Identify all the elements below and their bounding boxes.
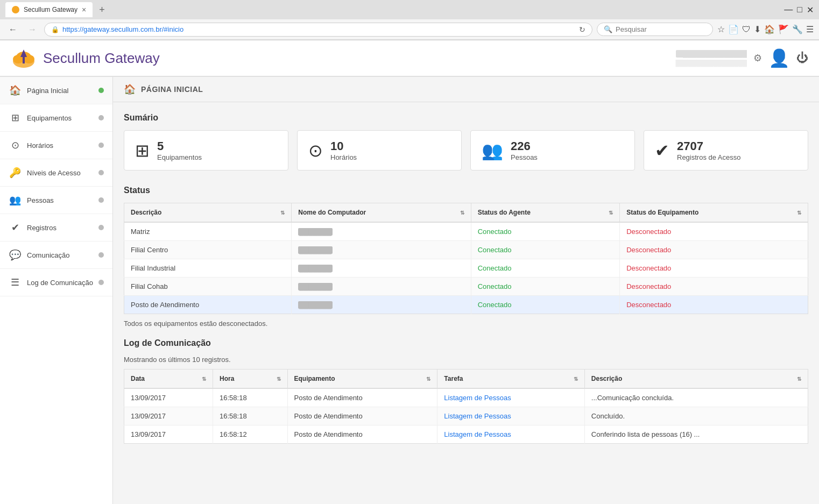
cell-hora: 16:58:18: [213, 407, 288, 425]
table-row[interactable]: Filial Industrial ███████ Conectado Desc…: [124, 259, 808, 278]
sidebar-item-badge-active: [98, 88, 104, 93]
address-bar[interactable]: 🔒 ↻: [44, 23, 592, 37]
forward-button[interactable]: →: [25, 24, 40, 36]
log-header-row: Data⇅ Hora⇅ Equipamento⇅ Tarefa⇅: [124, 370, 808, 389]
summary-title: Sumário: [124, 113, 808, 123]
search-input[interactable]: [616, 25, 706, 33]
app-title: Secullum Gateway: [43, 50, 160, 67]
sidebar-item-pessoas[interactable]: 👥 Pessoas: [0, 187, 112, 214]
download-icon[interactable]: ⬇: [754, 24, 761, 34]
sidebar-item-log-comunicacao[interactable]: ☰ Log de Comunicação: [0, 269, 112, 296]
cell-descricao: Conferindo lista de pessoas (16) ...: [584, 425, 808, 444]
tab-favicon: [12, 6, 19, 13]
cell-agente: Conectado: [471, 259, 620, 278]
status-col-computador[interactable]: Nome do Computador⇅: [292, 203, 471, 223]
log-col-descricao[interactable]: Descrição⇅: [584, 370, 808, 389]
flag-icon[interactable]: 🚩: [778, 24, 789, 34]
status-badge-equipamento: Desconectado: [626, 228, 671, 236]
shield-icon[interactable]: 🛡: [742, 25, 751, 34]
log-table-body: 13/09/2017 16:58:18 Posto de Atendimento…: [124, 388, 808, 444]
cell-computador: ███████: [292, 278, 471, 296]
status-title: Status: [124, 186, 808, 195]
cell-data: 13/09/2017: [124, 425, 213, 444]
search-bar[interactable]: 🔍: [597, 23, 713, 36]
sidebar-item-niveis-acesso[interactable]: 🔑 Níveis de Acesso: [0, 159, 112, 187]
sort-icon: ⇅: [426, 376, 430, 382]
cell-equipamento: Desconectado: [620, 259, 808, 278]
back-button[interactable]: ←: [5, 24, 20, 36]
star-icon[interactable]: ☆: [717, 24, 725, 34]
table-row[interactable]: Posto de Atendimento ███████ Conectado D…: [124, 296, 808, 314]
new-tab-button[interactable]: +: [97, 4, 107, 16]
browser-titlebar: Secullum Gateway × + — □ ✕: [0, 0, 819, 19]
avatar-icon: 👤: [768, 48, 790, 68]
table-row[interactable]: 13/09/2017 16:58:12 Posto de Atendimento…: [124, 425, 808, 444]
sort-icon: ⇅: [797, 210, 801, 216]
settings-icon[interactable]: ⚙: [753, 52, 762, 64]
sort-icon: ⇅: [202, 376, 206, 382]
home-icon: 🏠: [9, 84, 22, 96]
table-row[interactable]: 13/09/2017 16:58:18 Posto de Atendimento…: [124, 388, 808, 407]
window-minimize-button[interactable]: —: [784, 5, 793, 15]
horarios-summary-icon: ⊙: [308, 140, 323, 161]
status-notice: Todos os equipamentos estão desconectado…: [124, 320, 808, 328]
tab-close-button[interactable]: ×: [82, 5, 86, 14]
status-table-header-row: Descrição⇅ Nome do Computador⇅ Status do…: [124, 203, 808, 223]
address-input[interactable]: [62, 25, 576, 33]
cell-agente: Conectado: [471, 241, 620, 259]
sidebar-item-badge: [98, 170, 104, 175]
sidebar-item-horarios[interactable]: ⊙ Horários: [0, 132, 112, 159]
sidebar-item-registros[interactable]: ✔ Registros: [0, 214, 112, 242]
cell-computador: ███████: [292, 241, 471, 259]
reading-view-icon[interactable]: 📄: [728, 24, 739, 34]
cell-tarefa: Listagem de Pessoas: [437, 388, 585, 407]
cell-descricao: Posto de Atendimento: [124, 296, 292, 314]
table-row[interactable]: Filial Centro ███████ Conectado Desconec…: [124, 241, 808, 259]
menu-icon[interactable]: ☰: [806, 24, 814, 34]
cell-descricao: Filial Centro: [124, 241, 292, 259]
window-controls: — □ ✕: [784, 5, 814, 15]
sort-icon: ⇅: [280, 210, 285, 216]
home-icon[interactable]: 🏠: [764, 24, 775, 34]
main-content: 🏠 PÁGINA INICIAL Sumário ⊞ 5 Equipamento…: [113, 77, 819, 504]
sidebar-item-equipamentos[interactable]: ⊞ Equipamentos: [0, 104, 112, 132]
sidebar-item-badge: [98, 143, 104, 148]
cell-equipamento: Posto de Atendimento: [287, 425, 437, 444]
table-row[interactable]: Matriz ███████ Conectado Desconectado: [124, 222, 808, 241]
sidebar-item-badge: [98, 197, 104, 203]
cell-tarefa: Listagem de Pessoas: [437, 425, 585, 444]
refresh-button[interactable]: ↻: [579, 25, 585, 34]
cell-computador: ███████: [292, 222, 471, 241]
summary-card-registros: ✔ 2707 Registros de Acesso: [644, 130, 808, 171]
status-col-descricao[interactable]: Descrição⇅: [124, 203, 292, 223]
log-col-equipamento[interactable]: Equipamento⇅: [287, 370, 437, 389]
page-header-home-icon: 🏠: [124, 83, 136, 95]
window-maximize-button[interactable]: □: [797, 5, 802, 15]
sort-icon: ⇅: [797, 376, 801, 382]
registros-count: 2707: [677, 139, 741, 153]
log-subtitle: Mostrando os últimos 10 registros.: [124, 356, 808, 364]
status-col-agente[interactable]: Status do Agente⇅: [471, 203, 620, 223]
extensions-icon[interactable]: 🔧: [792, 24, 803, 34]
window-close-button[interactable]: ✕: [807, 5, 814, 15]
table-row[interactable]: 13/09/2017 16:58:18 Posto de Atendimento…: [124, 407, 808, 425]
sidebar-item-badge: [98, 225, 104, 230]
app-body: 🏠 Página Inicial ⊞ Equipamentos ⊙ Horári…: [0, 77, 819, 504]
sidebar-item-comunicacao[interactable]: 💬 Comunicação: [0, 242, 112, 269]
cell-agente: Conectado: [471, 296, 620, 314]
browser-tab[interactable]: Secullum Gateway ×: [5, 2, 93, 17]
log-col-data[interactable]: Data⇅: [124, 370, 213, 389]
page-title: PÁGINA INICIAL: [141, 85, 203, 94]
registros-icon: ✔: [9, 222, 22, 233]
sidebar-item-pagina-inicial[interactable]: 🏠 Página Inicial: [0, 77, 112, 104]
blurred-computador: ███████: [298, 246, 333, 254]
cell-equipamento: Posto de Atendimento: [287, 388, 437, 407]
app-header: Secullum Gateway ██████████████ ████████…: [0, 40, 819, 77]
status-col-equipamento[interactable]: Status do Equipamento⇅: [620, 203, 808, 223]
log-col-tarefa[interactable]: Tarefa⇅: [437, 370, 585, 389]
status-badge-equipamento: Desconectado: [626, 301, 671, 309]
power-icon[interactable]: ⏻: [796, 51, 808, 65]
table-row[interactable]: Filial Cohab ███████ Conectado Desconect…: [124, 278, 808, 296]
blurred-computador: ███████: [298, 265, 333, 272]
log-col-hora[interactable]: Hora⇅: [213, 370, 288, 389]
